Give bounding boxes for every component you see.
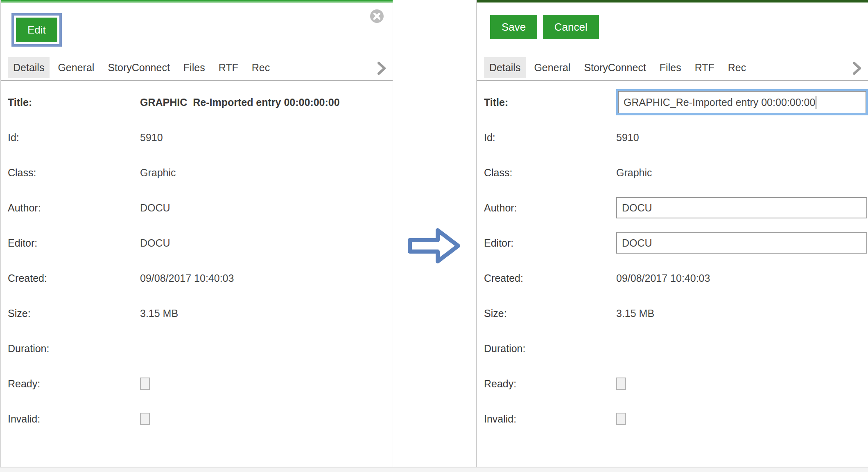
edit-button[interactable]: Edit (16, 18, 57, 42)
field-label: Duration: (8, 343, 140, 355)
field-row-editor: Editor: DOCU (8, 225, 393, 261)
field-row-author: Author: DOCU (484, 190, 868, 225)
ready-checkbox[interactable] (616, 378, 626, 390)
field-value: Graphic (616, 167, 652, 179)
invalid-checkbox[interactable] (616, 413, 626, 425)
field-label: Author: (484, 202, 616, 214)
field-row-id: Id: 5910 (484, 120, 868, 155)
tab-rec[interactable]: Rec (246, 57, 275, 78)
view-toolbar: Edit (1, 3, 393, 56)
field-value: 09/08/2017 10:40:03 (616, 272, 710, 284)
title-input[interactable]: GRAPHIC_Re-Imported entry 00:00:00:00 (618, 91, 866, 113)
field-row-title: Title: GRAPHIC_Re-Imported entry 00:00:0… (484, 85, 868, 120)
field-label: Editor: (484, 237, 616, 249)
chevron-right-icon[interactable] (852, 61, 861, 77)
edit-button-focus-ring: Edit (11, 13, 62, 47)
page-bottom-strip (0, 467, 868, 472)
field-row-class: Class: Graphic (8, 155, 393, 190)
field-list: Title: GRAPHIC_Re-Imported entry 00:00:0… (477, 81, 868, 436)
field-label: Id: (484, 132, 616, 144)
field-value: DOCU (140, 237, 170, 249)
field-row-created: Created: 09/08/2017 10:40:03 (8, 261, 393, 296)
field-label: Editor: (8, 237, 140, 249)
field-row-id: Id: 5910 (8, 120, 393, 155)
close-x-glyph (373, 13, 380, 20)
field-row-size: Size: 3.15 MB (484, 296, 868, 331)
field-row-invalid: Invalid: (484, 401, 868, 436)
field-value: 3.15 MB (140, 308, 178, 319)
field-row-duration: Duration: (484, 331, 868, 366)
field-label: Ready: (8, 378, 140, 390)
close-icon[interactable] (370, 9, 384, 23)
field-row-duration: Duration: (8, 331, 393, 366)
ready-checkbox[interactable] (140, 378, 150, 390)
chevron-right-icon[interactable] (377, 61, 386, 77)
invalid-checkbox[interactable] (140, 413, 150, 425)
field-row-ready: Ready: (8, 366, 393, 401)
tab-details[interactable]: Details (484, 57, 526, 78)
field-value: 5910 (140, 132, 163, 144)
editor-input[interactable]: DOCU (616, 232, 867, 254)
edit-toolbar: Save Cancel (477, 3, 868, 56)
field-list: Title: GRAPHIC_Re-Imported entry 00:00:0… (1, 81, 393, 436)
field-value: 09/08/2017 10:40:03 (140, 272, 234, 284)
field-label: Title: (8, 97, 140, 108)
field-label: Ready: (484, 378, 616, 390)
tab-rtf[interactable]: RTF (689, 57, 720, 78)
title-input-focus-ring: GRAPHIC_Re-Imported entry 00:00:00:00 (616, 89, 868, 115)
field-label: Class: (8, 167, 140, 179)
field-row-editor: Editor: DOCU (484, 225, 868, 261)
panel-top-accent-bar (477, 0, 868, 3)
details-panel-edit: Save Cancel Details General StoryConnect… (476, 0, 868, 467)
panel-top-accent-bar (1, 0, 393, 3)
tab-details[interactable]: Details (8, 57, 50, 78)
field-row-invalid: Invalid: (8, 401, 393, 436)
field-row-class: Class: Graphic (484, 155, 868, 190)
field-value: DOCU (140, 202, 170, 214)
field-label: Duration: (484, 343, 616, 355)
field-value: Graphic (140, 167, 176, 179)
author-input-text: DOCU (622, 202, 652, 214)
field-label: Created: (8, 272, 140, 284)
author-input[interactable]: DOCU (616, 197, 867, 218)
save-button[interactable]: Save (490, 15, 537, 39)
block-arrow-right-icon (407, 226, 461, 265)
title-input-text: GRAPHIC_Re-Imported entry 00:00:00:00 (624, 97, 815, 108)
tab-files[interactable]: Files (654, 57, 687, 78)
tab-files[interactable]: Files (178, 57, 210, 78)
tab-bar: Details General StoryConnect Files RTF R… (1, 56, 393, 81)
field-value: 5910 (616, 132, 639, 144)
screenshot-stage: Edit Details General StoryConnect Files … (0, 0, 868, 472)
editor-input-text: DOCU (622, 237, 652, 249)
tab-general[interactable]: General (52, 57, 99, 78)
tab-storyconnect[interactable]: StoryConnect (579, 57, 651, 78)
cancel-button[interactable]: Cancel (543, 15, 599, 39)
field-label: Created: (484, 272, 616, 284)
field-value: GRAPHIC_Re-Imported entry 00:00:00:00 (140, 97, 340, 108)
field-value: 3.15 MB (616, 308, 654, 319)
field-row-title: Title: GRAPHIC_Re-Imported entry 00:00:0… (8, 85, 393, 120)
field-row-created: Created: 09/08/2017 10:40:03 (484, 261, 868, 296)
tab-general[interactable]: General (529, 57, 576, 78)
field-label: Title: (484, 97, 616, 108)
text-cursor (816, 96, 816, 109)
field-label: Id: (8, 132, 140, 144)
field-row-ready: Ready: (484, 366, 868, 401)
field-label: Invalid: (484, 413, 616, 425)
field-label: Author: (8, 202, 140, 214)
field-row-size: Size: 3.15 MB (8, 296, 393, 331)
field-label: Class: (484, 167, 616, 179)
field-label: Invalid: (8, 413, 140, 425)
tab-rtf[interactable]: RTF (213, 57, 244, 78)
tab-storyconnect[interactable]: StoryConnect (102, 57, 175, 78)
tab-rec[interactable]: Rec (723, 57, 751, 78)
tab-bar: Details General StoryConnect Files RTF R… (477, 56, 868, 81)
details-panel-view: Edit Details General StoryConnect Files … (0, 0, 393, 467)
field-label: Size: (484, 308, 616, 319)
field-label: Size: (8, 308, 140, 319)
field-row-author: Author: DOCU (8, 190, 393, 225)
